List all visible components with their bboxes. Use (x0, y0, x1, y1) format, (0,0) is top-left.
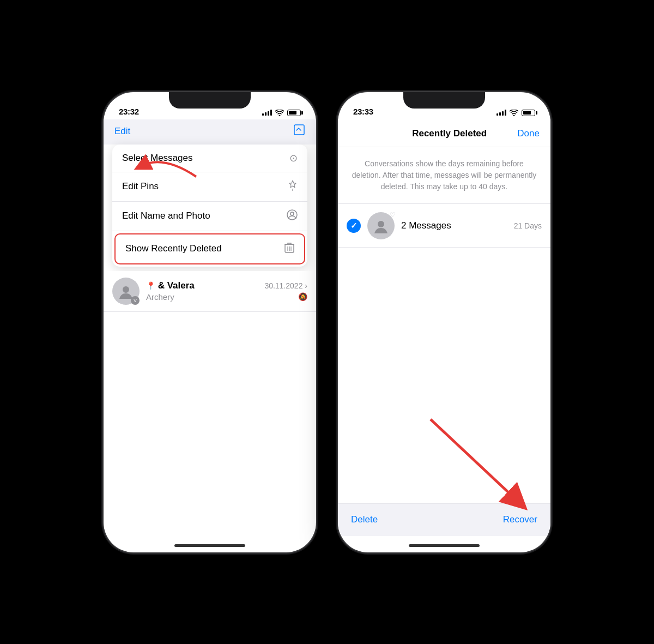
item-body: 2 Messages (401, 220, 514, 231)
pin-icon (288, 180, 298, 194)
phone1-screen: 23:32 Edit (104, 92, 316, 552)
select-messages-label: Select Messages (122, 153, 192, 164)
svg-point-3 (290, 212, 294, 215)
dropdown-menu: Select Messages ⊙ Edit Pins Edit Name an… (112, 145, 307, 267)
mute-icon: 🔕 (298, 292, 307, 301)
item-checkbox[interactable]: ✓ (347, 219, 361, 233)
item-avatar: ♡ (367, 212, 395, 239)
conv-preview: Archery (146, 292, 174, 302)
battery-icon (287, 110, 301, 116)
status-icons-2 (496, 110, 535, 116)
heart-icon: ♡ (390, 211, 396, 219)
svg-rect-0 (294, 125, 304, 135)
checkmark-circle-icon: ⊙ (289, 152, 298, 164)
show-recently-deleted-label: Show Recently Deleted (125, 243, 222, 254)
trash-icon (284, 242, 294, 256)
item-name: 2 Messages (401, 220, 514, 231)
item-days: 21 Days (514, 221, 542, 230)
conv-badge: V (131, 296, 140, 305)
dropdown-item-edit-pins[interactable]: Edit Pins (112, 172, 307, 202)
person-circle-icon (287, 209, 298, 223)
time-display: 23:32 (119, 107, 139, 116)
compose-button[interactable] (293, 124, 305, 139)
home-indicator (174, 544, 245, 547)
location-icon: 📍 (146, 281, 155, 290)
conv-name-row: 📍 & Valera 30.11.2022 › (146, 280, 307, 291)
edit-name-photo-label: Edit Name and Photo (122, 210, 210, 221)
svg-point-9 (123, 286, 129, 293)
notch (169, 92, 251, 109)
recently-deleted-container: Recently Deleted Done Conversations show… (338, 119, 550, 248)
conv-name: 📍 & Valera (146, 280, 195, 291)
messages-header: Edit (104, 119, 316, 145)
recently-deleted-title: Recently Deleted (412, 128, 487, 139)
wifi-icon-2 (510, 110, 518, 116)
deleted-item[interactable]: ✓ ♡ 2 Messages 21 Days (338, 204, 550, 248)
description-text: Conversations show the days remaining be… (352, 159, 537, 191)
status-icons (262, 110, 301, 116)
recently-deleted-header: Recently Deleted Done (338, 119, 550, 147)
dropdown-item-select-messages[interactable]: Select Messages ⊙ (112, 145, 307, 172)
annotation-arrow-2 (414, 408, 534, 517)
conv-body-valera: 📍 & Valera 30.11.2022 › Archery 🔕 (146, 280, 307, 302)
phone-2: 23:33 (338, 92, 550, 552)
edit-pins-label: Edit Pins (122, 181, 159, 192)
conv-avatar-valera: V (112, 278, 140, 305)
done-button[interactable]: Done (517, 128, 540, 139)
recover-button[interactable]: Recover (503, 514, 537, 525)
battery-icon-2 (522, 110, 535, 116)
svg-point-11 (378, 221, 384, 227)
delete-button[interactable]: Delete (351, 514, 378, 525)
recently-deleted-description: Conversations show the days remaining be… (338, 147, 550, 204)
signal-icon (262, 110, 272, 116)
signal-icon-2 (496, 110, 506, 116)
time-display-2: 23:33 (353, 107, 373, 116)
phone2-screen: 23:33 (338, 92, 550, 552)
dropdown-item-show-recently-deleted[interactable]: Show Recently Deleted (114, 233, 305, 264)
recently-deleted-row: Show Recently Deleted (116, 234, 304, 263)
checkmark-icon: ✓ (350, 221, 358, 231)
dropdown-item-edit-name-photo[interactable]: Edit Name and Photo (112, 202, 307, 231)
bottom-action-bar: Delete Recover (338, 503, 550, 536)
notch-2 (403, 92, 485, 109)
home-indicator-2 (409, 544, 480, 547)
phone-1: 23:32 Edit (104, 92, 316, 552)
wifi-icon (275, 110, 284, 116)
edit-button[interactable]: Edit (114, 126, 130, 137)
conversation-valera[interactable]: V 📍 & Valera 30.11.2022 › Archery 🔕 (104, 271, 316, 312)
conv-date: 30.11.2022 › (264, 281, 307, 290)
